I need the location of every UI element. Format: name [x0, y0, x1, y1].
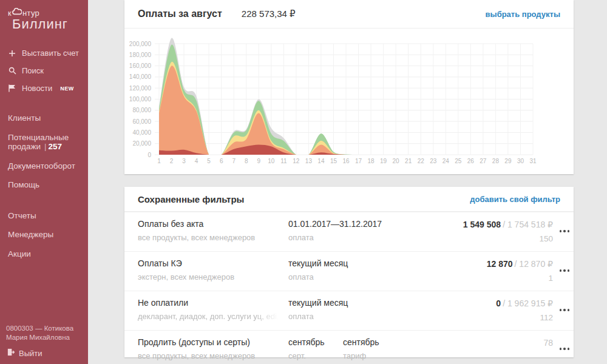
filter-name-block: Продлить (доступы и серты) все продукты,… [138, 337, 288, 360]
filter-period: сентябрь [288, 337, 343, 347]
row-menu-button[interactable] [554, 337, 570, 360]
x-tick-label: 11 [280, 158, 287, 164]
filter-name-block: Не оплатили декларант, диадок, доп. услу… [138, 298, 288, 322]
sidebar-item-clients[interactable]: Клиенты [0, 109, 88, 128]
filter-name: Оплаты без акта [138, 219, 281, 229]
filter-row-payments-without-act[interactable]: Оплаты без акта все продукты, всех менед… [124, 212, 574, 251]
filter-metric: тариф [343, 351, 428, 360]
filter-period: 01.01.2017—31.12.2017 [288, 219, 428, 229]
account-info: 0800303 — Котикова Мария Михайловна [6, 324, 84, 343]
logout-label: Выйти [19, 349, 42, 358]
sidebar-footer: 0800303 — Котикова Мария Михайловна Выйт… [6, 324, 84, 358]
sidebar-item-managers[interactable]: Менеджеры [0, 225, 88, 244]
sidebar-item-document-flow[interactable]: Документооборот [0, 157, 88, 176]
filter-period: сентябрь [343, 337, 428, 347]
sidebar-item-potential-sales[interactable]: Потенциальные продажи|257 [0, 128, 88, 157]
x-tick-label: 10 [268, 158, 275, 164]
filter-value-main: 0 [496, 298, 501, 308]
filter-row-prolong[interactable]: Продлить (доступы и серты) все продукты,… [124, 330, 574, 364]
payments-card: Оплаты за август 228 573,34 ₽ выбрать пр… [124, 0, 574, 174]
x-tick-label: 27 [480, 158, 487, 164]
y-tick-label: 200,000 [129, 41, 152, 47]
filter-period-block: текущий месяц оплата [288, 258, 428, 283]
sidebar-item-create-invoice[interactable]: Выставить счет [0, 44, 88, 62]
x-tick-label: 6 [220, 158, 223, 164]
x-tick-label: 21 [405, 158, 412, 164]
x-tick-label: 29 [504, 158, 512, 164]
sidebar-item-label: Акции [8, 249, 31, 258]
filter-value-total: / 12 870 ₽ [515, 259, 553, 269]
x-tick-label: 18 [368, 158, 375, 164]
sidebar-item-news[interactable]: Новости NEW [0, 79, 88, 97]
filter-values-block: 0/ 1 962 915 ₽ 112 [428, 298, 554, 322]
y-tick-label: 0 [148, 152, 151, 158]
y-tick-label: 120,000 [129, 85, 152, 92]
app-logo[interactable]: к нтур Биллинг [0, 0, 88, 32]
x-tick-label: 31 [529, 158, 537, 164]
plus-icon [8, 50, 16, 57]
sidebar-item-label: Документооборот [8, 161, 75, 170]
filter-name-block: Оплаты КЭ экстерн, всех менеджеров [138, 258, 288, 283]
filter-value-total: / 1 962 915 ₽ [503, 298, 553, 308]
x-tick-label: 20 [393, 158, 400, 164]
filter-value-main: 1 549 508 [463, 220, 501, 229]
payments-amount: 228 573,34 ₽ [242, 8, 296, 19]
filter-desc: все продукты, всех менеджеров [138, 233, 281, 242]
logout-button[interactable]: Выйти [6, 348, 84, 358]
y-tick-label: 180,000 [129, 52, 152, 58]
sidebar-item-help[interactable]: Помощь [0, 175, 88, 195]
sidebar-item-label: Выставить счет [22, 49, 79, 58]
new-badge: NEW [60, 86, 74, 92]
choose-products-link[interactable]: выбрать продукты [486, 10, 560, 19]
filter-name: Оплаты КЭ [138, 258, 281, 268]
filter-value-total: 78 [543, 338, 553, 348]
sidebar-nav-primary: Клиенты Потенциальные продажи|257 Докуме… [0, 109, 88, 195]
filter-row-not-paid[interactable]: Не оплатили декларант, диадок, доп. услу… [124, 291, 574, 330]
filter-period-block: сентябрь серт. [288, 337, 343, 360]
x-tick-label: 9 [257, 158, 260, 164]
sidebar-nav-secondary: Отчеты Менеджеры Акции [0, 206, 88, 264]
ellipsis-icon [560, 230, 571, 232]
sidebar-item-label: Менеджеры [8, 230, 53, 239]
ellipsis-icon [560, 269, 571, 272]
payments-chart-svg: 020,00040,00060,00080,000100,000120,0001… [124, 29, 574, 174]
y-tick-label: 60,000 [132, 118, 151, 125]
filter-name: Продлить (доступы и серты) [138, 337, 281, 347]
x-tick-label: 14 [317, 158, 325, 164]
filter-desc: декларант, диадок, доп. услуги уц, edi, … [138, 312, 281, 321]
count-separator: | [44, 142, 47, 151]
filter-value-main: 12 870 [487, 259, 513, 269]
sidebar-item-reports[interactable]: Отчеты [0, 206, 88, 226]
filter-metric: серт. [288, 351, 343, 360]
potential-sales-count: 257 [49, 142, 63, 151]
sidebar-item-label: Помощь [8, 180, 39, 189]
filter-row-payments-ke[interactable]: Оплаты КЭ экстерн, всех менеджеров текущ… [124, 251, 574, 291]
main-content: Оплаты за август 228 573,34 ₽ выбрать пр… [88, 0, 607, 364]
saved-filters-title: Сохраненные фильтры [138, 194, 244, 204]
ellipsis-icon [560, 309, 571, 311]
payments-chart: 020,00040,00060,00080,000100,000120,0001… [124, 29, 574, 174]
x-tick-label: 24 [443, 158, 450, 164]
filter-metric: оплата [288, 312, 428, 321]
row-menu-button[interactable] [554, 258, 570, 283]
add-filter-link[interactable]: добавить свой фильтр [470, 195, 560, 204]
filter-period-block: текущий месяц оплата [288, 298, 428, 322]
x-tick-label: 1 [157, 158, 161, 164]
filter-value-count: 1 [428, 274, 553, 283]
x-tick-label: 22 [418, 158, 425, 164]
filter-name-block: Оплаты без акта все продукты, всех менед… [138, 219, 288, 243]
saved-filters-header: Сохраненные фильтры добавить свой фильтр [124, 187, 574, 212]
sidebar-item-search[interactable]: Поиск [0, 62, 88, 79]
filter-value-count: 112 [428, 313, 553, 322]
filter-period-block-2: сентябрь тариф [343, 337, 428, 360]
y-tick-label: 80,000 [132, 107, 151, 113]
sidebar-item-promotions[interactable]: Акции [0, 244, 88, 264]
y-tick-label: 40,000 [132, 129, 151, 136]
row-menu-button[interactable] [554, 298, 570, 322]
row-menu-button[interactable] [554, 219, 570, 243]
search-icon [8, 67, 16, 75]
payments-title: Оплаты за август [138, 8, 222, 19]
filter-name: Не оплатили [138, 298, 281, 308]
x-tick-label: 25 [455, 158, 462, 164]
flag-icon [8, 84, 16, 92]
